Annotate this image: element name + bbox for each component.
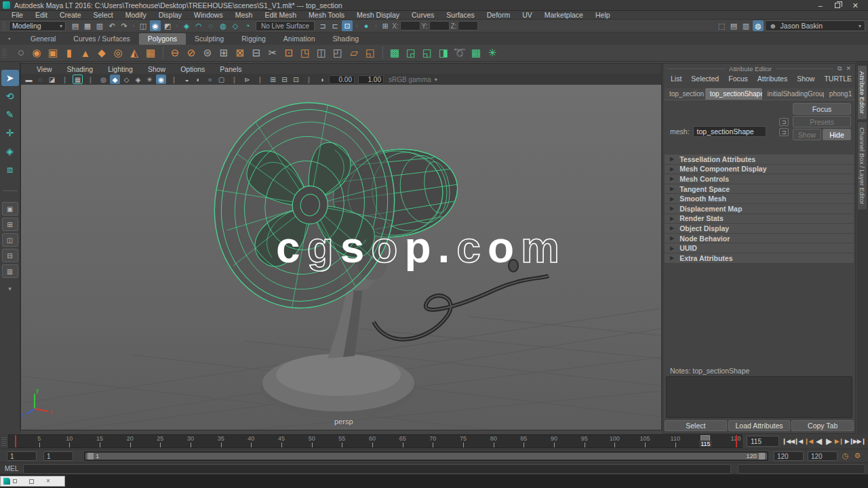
menu-item[interactable]: Marketplace	[538, 11, 589, 20]
undock-icon[interactable]: ⧉	[837, 65, 842, 73]
select-vertex-icon[interactable]: ▩	[387, 45, 402, 60]
scale-tool[interactable]: ⧈	[1, 161, 19, 178]
paint-select-tool[interactable]: ✎	[1, 106, 19, 123]
layout-persp-graph-button[interactable]: ⊟	[2, 249, 18, 262]
play-forwards-button[interactable]: ▶	[824, 436, 833, 447]
range-bar[interactable]: 1 120	[85, 453, 767, 460]
shelf-tab[interactable]: Rigging	[233, 33, 275, 45]
panel-menu-item[interactable]: Show	[140, 65, 173, 73]
ae-menu-item[interactable]: Selected	[686, 75, 724, 83]
select-uv-icon[interactable]: ◨	[436, 45, 451, 60]
hide-button[interactable]: Hide	[823, 129, 851, 140]
soft-select-icon[interactable]: ➰	[452, 45, 467, 60]
range-start-handle[interactable]	[87, 453, 94, 460]
grow-selection-icon[interactable]: ▦	[469, 45, 484, 60]
image-plane-icon[interactable]: ◪	[47, 75, 57, 84]
x-coordinate-field[interactable]	[400, 21, 420, 30]
step-back-frame-button[interactable]: ❙◀	[793, 436, 803, 447]
footer-button[interactable]: Copy Tab	[791, 420, 854, 431]
attribute-section-header[interactable]: ▶ Displacement Map	[665, 204, 854, 214]
redo-icon[interactable]: ↷	[119, 20, 130, 31]
shelf-tab[interactable]: Animation	[275, 33, 324, 45]
animation-end-field[interactable]: 120	[774, 451, 804, 461]
y-coordinate-field[interactable]	[429, 21, 450, 30]
grip-handle[interactable]	[2, 48, 7, 58]
current-frame-field[interactable]: 115	[747, 436, 779, 447]
render-view-icon[interactable]: ⊡	[291, 75, 301, 84]
node-tab[interactable]: phong1	[825, 88, 854, 100]
group-separator[interactable]: ›	[374, 21, 377, 30]
combine-icon[interactable]: ⊖	[167, 45, 182, 60]
camera-attributes-icon[interactable]: ▬	[24, 75, 34, 84]
play-backwards-button[interactable]: ◀	[814, 436, 823, 447]
bookmarks-icon[interactable]: ◌	[35, 75, 45, 84]
symmetry-icon[interactable]: ⊞	[380, 20, 391, 31]
show-button[interactable]: Show	[793, 129, 821, 140]
menu-item[interactable]: Mesh Display	[351, 11, 406, 20]
ae-menu-item[interactable]: List	[666, 75, 686, 83]
attribute-section-header[interactable]: ▶ UUID	[665, 243, 854, 253]
menu-item[interactable]: Display	[153, 11, 188, 20]
poly-plane-icon[interactable]: ◆	[94, 45, 109, 60]
shaded-mode-icon[interactable]: ◆	[110, 75, 120, 84]
mirror-icon[interactable]: ⊜	[200, 45, 215, 60]
layout-uv-persp-button[interactable]: ▥	[2, 264, 18, 278]
restore-icon[interactable]	[13, 479, 17, 483]
ae-menu-item[interactable]: TURTLE	[819, 75, 856, 83]
menu-item[interactable]: Select	[87, 11, 119, 20]
footer-button[interactable]: Select	[665, 420, 727, 431]
layout-persp-outliner-button[interactable]: ◫	[2, 233, 18, 247]
multi-cut-icon[interactable]: ✂	[265, 45, 280, 60]
bevel-icon[interactable]: ◳	[298, 45, 313, 60]
poly-torus-icon[interactable]: ◎	[111, 45, 125, 60]
panel-menu-item[interactable]: Shading	[60, 65, 101, 73]
lighting-icon[interactable]: ✳	[144, 75, 155, 84]
poly-pyramid-icon[interactable]: ◭	[127, 45, 142, 60]
panel-menu-item[interactable]: Options	[173, 65, 212, 73]
view-separator[interactable]: ❙	[60, 75, 70, 84]
menu-item[interactable]: File	[5, 11, 29, 20]
textured-mode-icon[interactable]: ◈	[133, 75, 143, 84]
menu-item[interactable]: Deform	[481, 11, 516, 20]
attribute-section-header[interactable]: ▶ Extra Attributes	[665, 253, 854, 263]
snap-projected-center-icon[interactable]: ◍	[218, 20, 229, 31]
shelf-tab[interactable]: Sculpting	[186, 33, 233, 45]
command-input-field[interactable]	[23, 464, 731, 474]
input-connections-icon[interactable]: ⊐	[317, 20, 328, 31]
tool-settings-icon[interactable]: ◍	[753, 20, 764, 31]
attribute-section-header[interactable]: ▶ Render Stats	[665, 214, 854, 224]
close-button[interactable]: ✕	[852, 2, 859, 9]
open-scene-icon[interactable]: ▦	[82, 20, 93, 31]
lasso-tool[interactable]: ⟲	[1, 88, 19, 104]
go-to-end-button[interactable]: ▶▶❙	[854, 436, 864, 447]
go-to-start-button[interactable]: ❙◀◀	[783, 436, 793, 447]
mesh-name-field[interactable]: top_sectionShape	[693, 126, 766, 137]
ae-menu-item[interactable]: Attributes	[753, 75, 792, 83]
select-face-icon[interactable]: ◱	[420, 45, 435, 60]
node-tab[interactable]: top_section	[665, 88, 705, 100]
panel-menu-item[interactable]: Lighting	[100, 65, 140, 73]
smooth-icon[interactable]: ⊞	[216, 45, 231, 60]
poly-pipe-icon[interactable]: ▦	[143, 45, 158, 60]
render-icon[interactable]: ●	[361, 20, 372, 31]
rotate-tool[interactable]: ◈	[1, 143, 19, 159]
view-separator[interactable]: ❙	[304, 75, 314, 84]
menu-item[interactable]: Mesh	[229, 11, 259, 20]
wireframe-mode-icon[interactable]: ◇	[121, 75, 132, 84]
presets-button[interactable]: Presets	[793, 116, 851, 127]
poly-cone-icon[interactable]: ▲	[78, 45, 93, 60]
notes-textarea[interactable]	[666, 376, 852, 418]
menu-item[interactable]: Windows	[188, 11, 229, 20]
shelf-separator[interactable]	[380, 47, 384, 59]
poly-cube-icon[interactable]: ▣	[45, 45, 60, 60]
save-scene-icon[interactable]: ▥	[94, 20, 105, 31]
focus-button[interactable]: Focus	[793, 103, 851, 115]
snap-view-plane-icon[interactable]: ◇	[230, 20, 241, 31]
playback-end-field[interactable]: 120	[808, 451, 837, 461]
animation-start-field[interactable]: 1	[43, 451, 73, 461]
select-camera-icon[interactable]: ⊳	[242, 75, 252, 84]
minimize-button[interactable]: –	[818, 2, 823, 9]
pane-layout2-icon[interactable]: ⊟	[279, 75, 290, 84]
view-separator[interactable]: ❙	[229, 75, 239, 84]
attribute-section-header[interactable]: ▶ Tessellation Attributes	[665, 155, 854, 164]
